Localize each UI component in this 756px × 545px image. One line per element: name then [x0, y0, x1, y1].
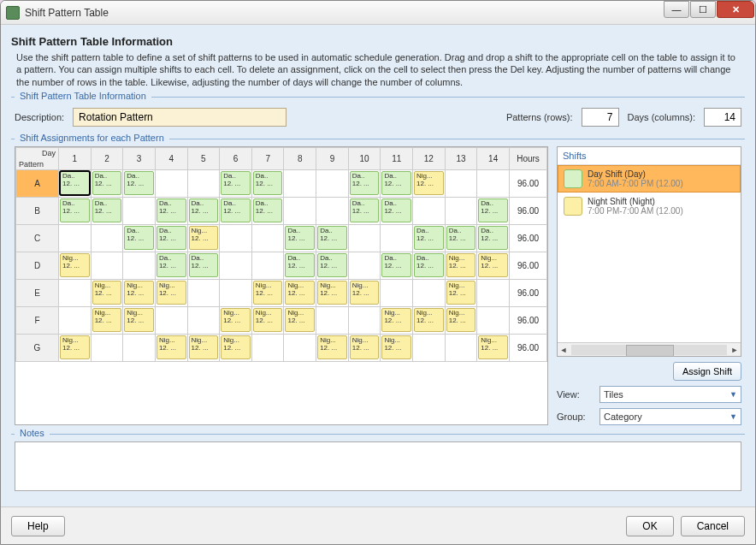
- shift-chip[interactable]: Nig...12. ...: [285, 308, 315, 332]
- grid-cell[interactable]: Da..12. ...: [187, 252, 220, 279]
- grid-cell[interactable]: Da..12. ...: [381, 169, 413, 197]
- shift-chip[interactable]: Nig...12. ...: [253, 281, 283, 305]
- pattern-row-header[interactable]: D: [16, 252, 59, 279]
- shift-chip[interactable]: Nig...12. ...: [478, 253, 508, 277]
- grid-cell[interactable]: Nig...12. ...: [445, 279, 477, 306]
- shift-chip[interactable]: Nig...12. ...: [285, 281, 315, 305]
- shift-chip[interactable]: Da..12. ...: [414, 226, 444, 250]
- notes-textarea[interactable]: [15, 441, 741, 491]
- shift-chip[interactable]: Da..12. ...: [478, 226, 508, 250]
- shift-chip[interactable]: Nig...12. ...: [381, 335, 411, 359]
- grid-cell[interactable]: [59, 279, 92, 306]
- ok-button[interactable]: OK: [626, 516, 673, 536]
- shift-chip[interactable]: Da..12. ...: [60, 171, 90, 195]
- close-button[interactable]: ✕: [717, 1, 754, 18]
- view-select[interactable]: Tiles ▼: [599, 386, 741, 403]
- grid-cell[interactable]: Da..12. ...: [155, 197, 187, 224]
- shift-chip[interactable]: Nig...12. ...: [157, 281, 186, 305]
- grid-cell[interactable]: [477, 306, 510, 334]
- grid-cell[interactable]: [477, 169, 510, 197]
- grid-cell[interactable]: [316, 197, 349, 224]
- maximize-button[interactable]: ☐: [690, 1, 716, 18]
- grid-cell[interactable]: Nig...12. ...: [155, 334, 187, 361]
- grid-cell[interactable]: Nig...12. ...: [59, 252, 92, 279]
- scroll-right-icon[interactable]: ►: [729, 344, 741, 356]
- grid-cell[interactable]: [413, 279, 446, 306]
- grid-cell[interactable]: Nig...12. ...: [123, 279, 156, 306]
- shift-chip[interactable]: Da..12. ...: [221, 198, 251, 222]
- shift-chip[interactable]: Da..12. ...: [124, 171, 154, 195]
- days-input[interactable]: [704, 108, 741, 127]
- grid-cell[interactable]: Nig...12. ...: [220, 306, 252, 334]
- grid-cell[interactable]: Da..12. ...: [187, 197, 220, 224]
- grid-cell[interactable]: [445, 169, 477, 197]
- pattern-row-header[interactable]: A: [16, 169, 59, 197]
- grid-cell[interactable]: Nig...12. ...: [348, 334, 381, 361]
- grid-cell[interactable]: [251, 224, 284, 252]
- shift-chip[interactable]: Da..12. ...: [157, 226, 186, 250]
- day-header[interactable]: 1: [59, 147, 92, 169]
- shift-chip[interactable]: Da..12. ...: [189, 198, 219, 222]
- grid-cell[interactable]: Da..12. ...: [477, 197, 510, 224]
- grid-cell[interactable]: Da..12. ...: [348, 169, 381, 197]
- grid-cell[interactable]: Da..12. ...: [284, 224, 316, 252]
- shift-chip[interactable]: Nig...12. ...: [350, 281, 380, 305]
- shift-chip[interactable]: Da..12. ...: [157, 198, 186, 222]
- grid-cell[interactable]: [123, 252, 156, 279]
- grid-cell[interactable]: Nig...12. ...: [59, 334, 92, 361]
- shift-chip[interactable]: Nig...12. ...: [414, 171, 444, 195]
- grid-cell[interactable]: [413, 197, 446, 224]
- shift-chip[interactable]: Nig...12. ...: [60, 335, 90, 359]
- grid-cell[interactable]: [91, 252, 123, 279]
- grid-cell[interactable]: Da..12. ...: [348, 197, 381, 224]
- shift-chip[interactable]: Nig...12. ...: [60, 253, 90, 277]
- day-header[interactable]: 14: [477, 147, 510, 169]
- pattern-row-header[interactable]: F: [16, 306, 59, 334]
- grid-cell[interactable]: Da..12. ...: [123, 169, 156, 197]
- day-header[interactable]: 8: [284, 147, 316, 169]
- grid-cell[interactable]: [59, 306, 92, 334]
- group-select[interactable]: Category ▼: [599, 408, 741, 425]
- grid-cell[interactable]: [251, 334, 284, 361]
- scroll-left-icon[interactable]: ◄: [558, 344, 570, 356]
- grid-cell[interactable]: [348, 252, 381, 279]
- day-header[interactable]: 7: [251, 147, 284, 169]
- shift-chip[interactable]: Nig...12. ...: [446, 308, 476, 332]
- shift-chip[interactable]: Nig...12. ...: [124, 308, 154, 332]
- patterns-input[interactable]: [582, 108, 619, 127]
- grid-cell[interactable]: [220, 252, 252, 279]
- shift-chip[interactable]: Nig...12. ...: [189, 335, 219, 359]
- shift-chip[interactable]: Da..12. ...: [381, 171, 411, 195]
- grid-cell[interactable]: Nig...12. ...: [91, 279, 123, 306]
- grid-cell[interactable]: [220, 279, 252, 306]
- shift-chip[interactable]: Nig...12. ...: [446, 281, 476, 305]
- grid-cell[interactable]: Da..12. ...: [381, 197, 413, 224]
- shift-chip[interactable]: Da..12. ...: [189, 253, 219, 277]
- grid-cell[interactable]: Da..12. ...: [413, 252, 446, 279]
- grid-cell[interactable]: Da..12. ...: [251, 197, 284, 224]
- grid-cell[interactable]: Nig...12. ...: [477, 334, 510, 361]
- shift-chip[interactable]: Nig...12. ...: [221, 335, 251, 359]
- grid-cell[interactable]: [187, 169, 220, 197]
- shift-chip[interactable]: Da..12. ...: [317, 253, 347, 277]
- grid-cell[interactable]: Nig...12. ...: [381, 334, 413, 361]
- grid-cell[interactable]: Nig...12. ...: [284, 306, 316, 334]
- grid-cell[interactable]: Nig...12. ...: [445, 306, 477, 334]
- grid-cell[interactable]: [251, 252, 284, 279]
- grid-cell[interactable]: Nig...12. ...: [220, 334, 252, 361]
- pattern-row-header[interactable]: C: [16, 224, 59, 252]
- day-header[interactable]: 10: [348, 147, 381, 169]
- grid-cell[interactable]: [187, 279, 220, 306]
- grid-cell[interactable]: [413, 334, 446, 361]
- grid-cell[interactable]: [348, 306, 381, 334]
- shift-chip[interactable]: Da..12. ...: [60, 198, 90, 222]
- day-header[interactable]: 5: [187, 147, 220, 169]
- grid-cell[interactable]: Da..12. ...: [220, 197, 252, 224]
- minimize-button[interactable]: —: [664, 1, 689, 18]
- grid-cell[interactable]: [284, 169, 316, 197]
- grid-cell[interactable]: [348, 224, 381, 252]
- pattern-grid[interactable]: DayPattern1234567891011121314HoursADa..1…: [15, 146, 548, 425]
- day-header[interactable]: 2: [91, 147, 123, 169]
- grid-cell[interactable]: [381, 279, 413, 306]
- day-header[interactable]: 3: [123, 147, 156, 169]
